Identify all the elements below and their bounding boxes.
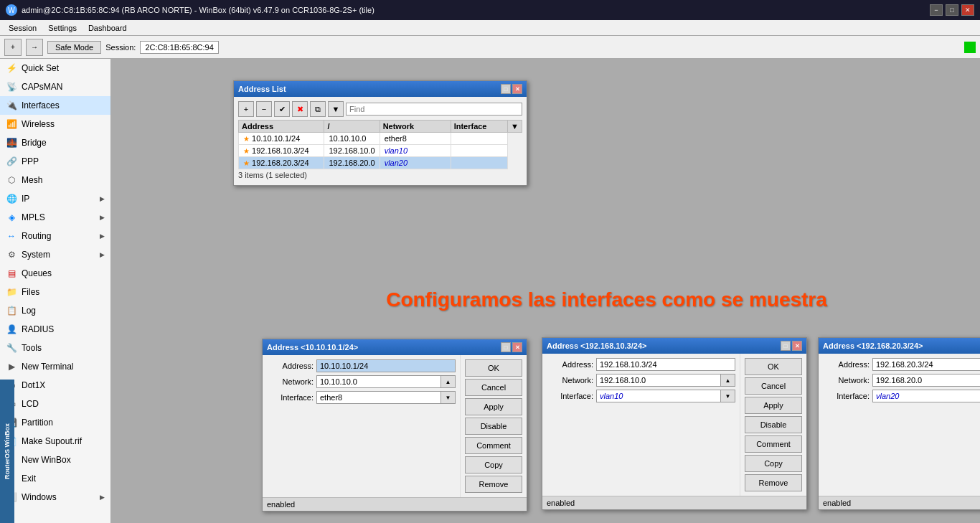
sidebar-item-tools[interactable]: 🔧 Tools [0, 339, 110, 357]
dialog3-form: Address: Network: ▲ Interface: [819, 354, 980, 496]
dialog2-remove-button[interactable]: Remove [745, 474, 802, 491]
sidebar-item-log[interactable]: 📋 Log [0, 301, 110, 320]
dialog2-interface-arrow[interactable]: ▼ [721, 390, 735, 402]
sidebar-item-wireless[interactable]: 📶 Wireless [0, 115, 110, 133]
table-row[interactable]: ★ 192.168.10.3/24 192.168.10.0 vlan10 [239, 145, 522, 157]
col-extra[interactable]: ▼ [508, 121, 522, 133]
address-list-close[interactable]: ✕ [512, 84, 522, 94]
dialog1-remove-button[interactable]: Remove [465, 476, 522, 493]
dialog2-comment-button[interactable]: Comment [745, 435, 802, 453]
dialog1-address-input[interactable] [316, 359, 456, 372]
enable-address-button[interactable]: ✔ [274, 101, 290, 117]
dialog1-apply-button[interactable]: Apply [465, 398, 522, 415]
dialog1-cancel-button[interactable]: Cancel [465, 379, 522, 396]
dialog2-address-input[interactable] [596, 358, 735, 371]
sidebar-item-system[interactable]: ⚙ System ▶ [0, 245, 110, 264]
dialog1-close[interactable]: ✕ [512, 342, 522, 352]
sidebar-item-dot1x[interactable]: ◎ Dot1X [0, 376, 110, 395]
dialog2-network-arrow[interactable]: ▲ [721, 374, 735, 387]
sidebar-item-files[interactable]: 📁 Files [0, 283, 110, 301]
close-button[interactable]: ✕ [961, 4, 974, 16]
sidebar: ⚡ Quick Set 📡 CAPsMAN 🔌 Interfaces 📶 Wir… [0, 59, 111, 523]
sidebar-item-make-supout[interactable]: 📄 Make Supout.rif [0, 432, 110, 451]
sidebar-item-new-terminal[interactable]: ▶ New Terminal [0, 357, 110, 376]
dialog1-comment-button[interactable]: Comment [465, 437, 522, 454]
dialog2-cancel-button[interactable]: Cancel [745, 377, 802, 395]
routing-arrow-icon: ▶ [100, 232, 105, 240]
dialog3-interface-label: Interface: [823, 392, 870, 400]
table-row[interactable]: ★ 192.168.20.3/24 192.168.20.0 vlan20 [239, 157, 522, 169]
dialog2-close[interactable]: ✕ [792, 341, 802, 351]
dialog1-interface-input[interactable] [316, 391, 441, 404]
sidebar-item-capsman[interactable]: 📡 CAPsMAN [0, 77, 110, 96]
dialog3-interface-input[interactable] [872, 390, 980, 402]
sidebar-item-mesh[interactable]: ⬡ Mesh [0, 171, 110, 189]
radius-icon: 👤 [6, 324, 17, 335]
dialog1-disable-button[interactable]: Disable [465, 418, 522, 435]
sidebar-item-bridge[interactable]: 🌉 Bridge [0, 133, 110, 152]
dialog2-apply-button[interactable]: Apply [745, 397, 802, 414]
dialog1-ok-button[interactable]: OK [465, 359, 522, 377]
dialog2-minimize[interactable]: □ [781, 341, 791, 351]
dialog2-copy-button[interactable]: Copy [745, 455, 802, 472]
instruction-text: Configuramos las interfaces como se mues… [233, 288, 980, 311]
window-title: admin@2C:C8:1B:65:8C:94 (RB ARCO NORTE) … [22, 6, 374, 14]
sidebar-item-queues[interactable]: ▤ Queues [0, 264, 110, 283]
dialog1-copy-button[interactable]: Copy [465, 456, 522, 473]
maximize-button[interactable]: □ [946, 4, 958, 16]
sidebar-item-interfaces[interactable]: 🔌 Interfaces [0, 96, 110, 115]
queues-icon: ▤ [6, 268, 17, 279]
col-interface[interactable]: Interface [451, 121, 507, 133]
sidebar-item-lcd[interactable]: ▭ LCD [0, 395, 110, 413]
sidebar-item-ppp[interactable]: 🔗 PPP [0, 152, 110, 171]
sidebar-label-ip: IP [22, 194, 29, 204]
forward-button[interactable]: → [26, 39, 43, 56]
dialog2-network-input[interactable] [596, 374, 721, 387]
back-button[interactable]: + [4, 39, 22, 56]
sidebar-item-partition[interactable]: 💾 Partition [0, 413, 110, 432]
copy-address-button[interactable]: ⧉ [310, 101, 326, 117]
dialog2-status: enabled [542, 496, 806, 509]
menu-dashboard[interactable]: Dashboard [83, 22, 133, 34]
table-row[interactable]: ★ 10.10.10.1/24 10.10.10.0 ether8 [239, 133, 522, 145]
dialog3-address-row: Address: [823, 358, 980, 371]
menu-session[interactable]: Session [3, 22, 42, 34]
dialog1-network-input[interactable] [316, 375, 441, 388]
remove-address-button[interactable]: − [256, 101, 272, 117]
dialog2-interface-input[interactable] [596, 390, 721, 402]
dialog2-ok-button[interactable]: OK [745, 358, 802, 375]
sidebar-item-ip[interactable]: 🌐 IP ▶ [0, 189, 110, 208]
routing-icon: ↔ [6, 230, 17, 242]
dialog3-address-input[interactable] [872, 358, 980, 371]
minimize-button[interactable]: − [930, 4, 943, 16]
dialog1-network-arrow[interactable]: ▲ [441, 375, 456, 388]
sidebar-item-windows[interactable]: ⬜ Windows ▶ [0, 488, 110, 506]
row2-empty [451, 145, 507, 157]
back-icon: + [11, 43, 15, 51]
sidebar-item-new-winbox[interactable]: 🖥 New WinBox [0, 451, 110, 469]
dialog1-status: enabled [263, 497, 527, 511]
dialog1-minimize[interactable]: □ [501, 342, 511, 352]
dialog-192-168-20: Address <192.168.20.3/24> □ ✕ Address: N… [818, 337, 980, 510]
sidebar-item-radius[interactable]: 👤 RADIUS [0, 320, 110, 339]
sidebar-item-quick-set[interactable]: ⚡ Quick Set [0, 59, 110, 77]
dialog1-interface-arrow[interactable]: ▼ [441, 391, 456, 404]
ip-icon: 🌐 [6, 193, 17, 204]
safe-mode-button[interactable]: Safe Mode [47, 41, 101, 54]
menu-settings[interactable]: Settings [42, 22, 83, 34]
col-network[interactable]: Network [380, 121, 451, 133]
dialog2-title-bar: Address <192.168.10.3/24> □ ✕ [542, 338, 806, 354]
col-sort[interactable]: / [324, 121, 380, 133]
disable-address-button[interactable]: ✖ [292, 101, 308, 117]
address-list-minimize[interactable]: □ [501, 84, 511, 94]
dialog2-title: Address <192.168.10.3/24> [547, 341, 646, 350]
dialog3-network-input[interactable] [872, 374, 980, 387]
sidebar-item-routing[interactable]: ↔ Routing ▶ [0, 227, 110, 245]
filter-button[interactable]: ▼ [328, 101, 344, 117]
add-address-button[interactable]: + [238, 101, 254, 117]
dialog2-disable-button[interactable]: Disable [745, 416, 802, 433]
col-address[interactable]: Address [239, 121, 324, 133]
sidebar-item-exit[interactable]: ✖ Exit [0, 469, 110, 488]
sidebar-item-mpls[interactable]: ◈ MPLS ▶ [0, 208, 110, 227]
find-input[interactable] [346, 103, 522, 116]
